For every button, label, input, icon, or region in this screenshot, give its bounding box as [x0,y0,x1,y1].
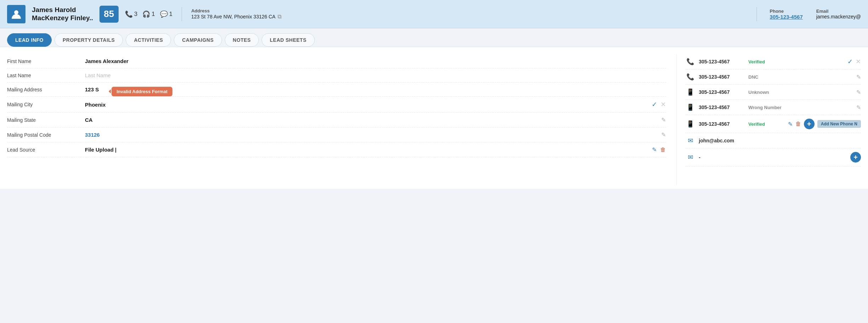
header-address-block: Address 123 St 78 Ave NW, Phoenix 33126 … [191,8,747,20]
header-phone-block: Phone 305-123-4567 [770,8,803,20]
phone-status-2: DNC [748,74,853,80]
phone-number-1[interactable]: 305-123-4567 [699,59,745,64]
lead-source-label: Lead Source [7,147,85,153]
tab-activities[interactable]: ACTIVITIES [126,33,171,47]
mailing-state-value[interactable]: CA [85,117,658,123]
tab-property-details[interactable]: PROPERTY DETAILS [55,33,123,47]
phone-number-2[interactable]: 305-123-4567 [699,74,745,80]
svg-point-0 [14,10,18,15]
field-row-mailing-postal: Mailing Postal Code 33126 ✎ [7,128,666,142]
phone-2-edit-icon[interactable]: ✎ [856,74,861,80]
mailing-postal-edit-icon[interactable]: ✎ [661,131,666,138]
first-name-value[interactable]: James Alexander [85,58,666,64]
contact-row-phone-4: 📱 305-123-4567 Wrong Number ✎ [685,100,861,115]
phone-5-delete-icon[interactable]: 🗑 [795,121,801,127]
phone-1-confirm-icon[interactable]: ✓ [847,58,853,66]
contact-row-phone-2: 📞 305-123-4567 DNC ✎ [685,69,861,85]
mailing-postal-label: Mailing Postal Code [7,132,85,138]
header: James Harold MacKenzey Finley.. 85 📞 3 🎧… [0,0,868,28]
mailing-address-value[interactable]: 123 S Invalid Address Format [85,86,666,92]
tabs-bar: LEAD INFO PROPERTY DETAILS ACTIVITIES CA… [0,28,868,47]
phone-3-edit-icon[interactable]: ✎ [856,89,861,96]
phone-icon-2: 📞 [685,73,695,81]
phone-5-edit-icon[interactable]: ✎ [788,121,793,128]
lead-info-panel: First Name James Alexander Last Name Las… [7,54,677,185]
mailing-postal-value[interactable]: 33126 [85,132,658,138]
message-icon: 💬 [160,10,168,18]
mailing-state-label: Mailing State [7,117,85,123]
mailing-postal-actions: ✎ [661,131,666,138]
phone-label: Phone [770,8,803,14]
header-email-value: james.mackenzey@ [816,14,861,19]
field-row-lead-source: Lead Source File Upload ✎ 🗑 [7,142,666,157]
field-row-mailing-address: Mailing Address 123 S Invalid Address Fo… [7,83,666,97]
contact-row-email-2: ✉ - + [685,148,861,166]
email-label: Email [816,8,861,14]
mailing-city-value[interactable]: Phoenix [85,102,648,108]
phone-handset-icon: 📞 [125,10,133,18]
copy-address-icon[interactable]: ⧉ [278,13,281,20]
last-name-label: Last Name [7,73,85,78]
lead-source-delete-icon[interactable]: 🗑 [660,147,666,153]
email-2-add-icon[interactable]: + [850,152,861,163]
voicemail-count: 1 [152,11,155,18]
lead-source-actions: ✎ 🗑 [652,146,666,153]
mobile-icon-3: 📱 [685,88,695,96]
avatar [7,5,25,23]
header-contact-counts: 📞 3 🎧 1 💬 1 [125,10,172,18]
phone-5-add-icon[interactable]: + [804,119,815,129]
message-count: 1 [169,11,172,18]
phone-4-edit-icon[interactable]: ✎ [856,104,861,111]
phone-status-3: Unknown [748,90,853,95]
phone-number-5[interactable]: 305-123-4567 [699,121,745,127]
first-name-label: First Name [7,58,85,64]
mailing-city-confirm-icon[interactable]: ✓ [652,101,657,108]
phone-status-4: Wrong Number [748,105,853,110]
field-row-mailing-state: Mailing State CA ✎ [7,113,666,128]
invalid-address-tooltip: Invalid Address Format [112,87,172,96]
field-row-first-name: First Name James Alexander [7,54,666,68]
phone-count-item: 📞 3 [125,10,137,18]
lead-source-edit-icon[interactable]: ✎ [652,146,657,153]
tab-campaigns[interactable]: CAMPAIGNS [174,33,222,47]
field-row-mailing-city: Mailing City Phoenix ✓ ✕ [7,97,666,113]
add-new-phone-button[interactable]: Add New Phone N [817,120,861,128]
contact-row-phone-3: 📱 305-123-4567 Unknown ✎ [685,85,861,100]
mobile-icon-5: 📱 [685,120,695,128]
address-value: 123 St 78 Ave NW, Phoenix 33126 CA [191,14,275,19]
mailing-state-actions: ✎ [661,117,666,123]
phone-number-4[interactable]: 305-123-4567 [699,104,745,110]
field-row-last-name: Last Name Last Name [7,68,666,83]
phone-status-1: Verified [748,59,844,64]
contact-info-panel: 📞 305-123-4567 Verified ✓ ✕ 📞 305-123-45… [677,54,861,185]
email-address-1[interactable]: john@abc.com [699,138,861,143]
email-2-actions: + [850,152,861,163]
lead-source-value[interactable]: File Upload [85,147,649,153]
mailing-city-cancel-icon[interactable]: ✕ [661,101,666,108]
phone-2-actions: ✎ [856,74,861,80]
contact-row-phone-5: 📱 305-123-4567 Verified ✎ 🗑 + Add New Ph… [685,115,861,133]
last-name-value[interactable]: Last Name [85,72,666,78]
tab-lead-sheets[interactable]: LEAD SHEETS [262,33,315,47]
header-phone-value[interactable]: 305-123-4567 [770,14,803,20]
mailing-state-edit-icon[interactable]: ✎ [661,117,666,123]
mobile-icon-4: 📱 [685,103,695,111]
tab-lead-info[interactable]: LEAD INFO [7,33,52,47]
score-badge: 85 [99,6,119,23]
mailing-city-actions: ✓ ✕ [652,101,666,108]
phone-1-cancel-icon[interactable]: ✕ [856,58,861,66]
address-label: Address [191,8,747,13]
phone-number-3[interactable]: 305-123-4567 [699,89,745,95]
header-divider-1 [182,7,182,21]
phone-status-5: Verified [748,121,784,127]
mailing-address-label: Mailing Address [7,87,85,92]
phone-3-actions: ✎ [856,89,861,96]
tab-notes[interactable]: NOTES [225,33,259,47]
header-divider-2 [756,7,757,21]
contact-name: James Harold MacKenzey Finley.. [32,6,93,22]
main-content: First Name James Alexander Last Name Las… [0,47,868,189]
voicemail-count-item: 🎧 1 [142,10,155,18]
phone-icon-1: 📞 [685,58,695,66]
email-address-2[interactable]: - [699,154,847,160]
mailing-city-label: Mailing City [7,102,85,107]
